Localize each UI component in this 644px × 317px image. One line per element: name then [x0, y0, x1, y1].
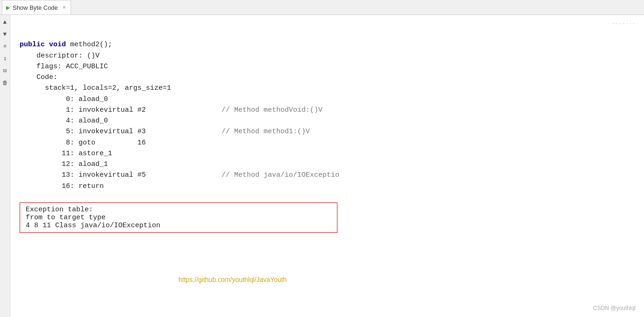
scroll-hint: · · · · · · · [20, 20, 635, 27]
scroll-down-button[interactable]: ▼ [1, 30, 9, 38]
line-flags: flags: ACC_PUBLIC [20, 63, 108, 71]
exception-columns: from to target type [26, 214, 331, 222]
tab-bar: ▶ Show Byte Code × [0, 0, 644, 15]
line-13: 13: invokevirtual #5 // Method java/io/I… [20, 171, 339, 179]
scroll-up-button[interactable]: ▲ [1, 18, 9, 26]
line-stack: stack=1, locals=2, args_size=1 [20, 84, 171, 92]
line-descriptor: descriptor: ()V [20, 52, 100, 60]
line-8: 8: goto 16 [20, 139, 146, 147]
line-12: 12: aload_1 [20, 160, 108, 168]
line-11: 11: astore_1 [20, 150, 112, 158]
line-1: 1: invokevirtual #2 // Method methodVoid… [20, 106, 322, 114]
line-0: 0: aload_0 [20, 95, 108, 103]
exception-table-box: Exception table: from to target type 4 8… [20, 202, 337, 233]
line-4: 4: aload_0 [20, 117, 108, 125]
download-button[interactable]: ↧ [1, 54, 9, 63]
show-bytecode-tab[interactable]: ▶ Show Byte Code × [2, 0, 71, 14]
line-method-sig: public void method2(); [20, 41, 112, 49]
exception-header: Exception table: [26, 206, 331, 214]
line-code: Code: [20, 73, 57, 81]
left-toolbar: ▲ ▼ ≡ ↧ ⊟ 🗑 [0, 15, 10, 317]
watermark-link: https://github.com/youthlql/JavaYouth [179, 276, 286, 283]
tab-label: Show Byte Code [13, 4, 58, 11]
csdn-attribution: CSDN @youthlql [593, 305, 636, 311]
delete-button[interactable]: 🗑 [1, 79, 9, 87]
main-layout: ▲ ▼ ≡ ↧ ⊟ 🗑 · · · · · · · public void me… [0, 15, 644, 317]
align-button[interactable]: ≡ [1, 42, 9, 50]
close-icon[interactable]: × [63, 4, 66, 11]
play-icon: ▶ [6, 5, 10, 11]
print-button[interactable]: ⊟ [1, 66, 9, 75]
line-5: 5: invokevirtual #3 // Method method1:()… [20, 128, 310, 136]
code-area[interactable]: · · · · · · · public void method2(); des… [10, 15, 644, 317]
line-16: 16: return [20, 182, 104, 190]
code-content: public void method2(); descriptor: ()V f… [20, 29, 635, 202]
exception-row: 4 8 11 Class java/io/IOException [26, 222, 331, 230]
